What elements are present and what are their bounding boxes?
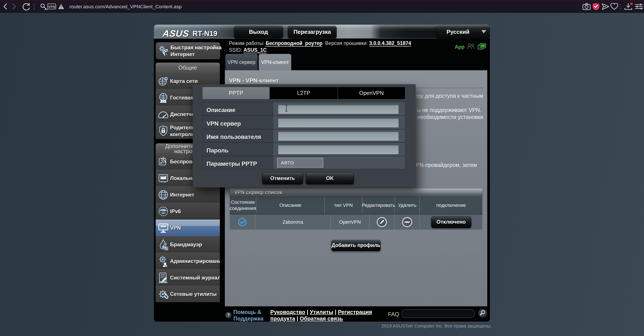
svg-text:IPV6: IPV6 (160, 210, 167, 214)
